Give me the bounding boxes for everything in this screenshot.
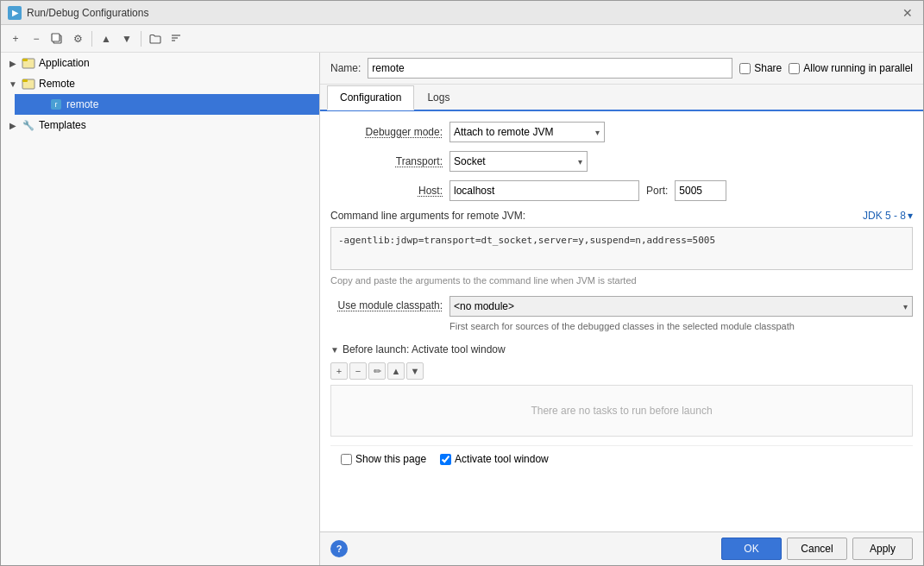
- debugger-mode-select[interactable]: Attach to remote JVM Listen to remote JV…: [449, 122, 605, 142]
- templates-label: Templates: [39, 119, 86, 131]
- sidebar-item-remote[interactable]: r remote: [15, 94, 319, 115]
- svg-rect-6: [22, 59, 28, 61]
- remote-item-label: remote: [66, 98, 98, 110]
- remote-group-label: Remote: [39, 78, 75, 90]
- port-label: Port:: [646, 185, 668, 197]
- parallel-checkbox[interactable]: [789, 63, 800, 74]
- remote-item-spacer: [35, 99, 46, 110]
- cmd-header: Command line arguments for remote JVM: J…: [330, 210, 913, 222]
- module-classpath-label: Use module classpath:: [330, 296, 443, 311]
- move-up-button[interactable]: ▲: [97, 29, 116, 48]
- help-button[interactable]: ?: [330, 540, 348, 557]
- transport-row: Transport: Socket Shared memory: [330, 151, 913, 172]
- cmd-args-hint: Copy and paste the arguments to the comm…: [330, 275, 913, 286]
- right-panel: Name: Share Allow running in parallel Co…: [320, 53, 923, 565]
- before-launch-header: ▼ Before launch: Activate tool window: [330, 340, 913, 359]
- sidebar-item-application[interactable]: ▶ Application: [1, 53, 319, 73]
- sidebar-item-remote-group[interactable]: ▼ Remote: [1, 73, 319, 94]
- svg-rect-8: [22, 79, 28, 82]
- window-title: Run/Debug Configurations: [27, 7, 148, 19]
- cmd-args-value: -agentlib:jdwp=transport=dt_socket,serve…: [338, 235, 715, 246]
- name-input[interactable]: [368, 58, 732, 79]
- launch-move-down-button[interactable]: ▼: [406, 362, 424, 380]
- remote-config-icon: r: [49, 97, 63, 111]
- move-down-button[interactable]: ▼: [117, 29, 136, 48]
- remove-config-button[interactable]: −: [27, 29, 46, 48]
- launch-empty-text: There are no tasks to run before launch: [531, 405, 712, 417]
- module-classpath-hint: First search for sources of the debugged…: [449, 320, 913, 333]
- footer-buttons: ? OK Cancel Apply: [320, 531, 923, 565]
- window-icon: ▶: [8, 6, 22, 20]
- bottom-checkboxes: Show this page Activate tool window: [330, 445, 913, 472]
- launch-remove-button[interactable]: −: [349, 362, 367, 380]
- cmd-args-section: Command line arguments for remote JVM: J…: [330, 210, 913, 286]
- application-label: Application: [39, 57, 90, 69]
- parallel-label: Allow running in parallel: [803, 62, 913, 74]
- templates-wrench-icon: 🔧: [22, 118, 35, 132]
- remote-children: r remote: [1, 94, 319, 115]
- before-launch-title: Before launch: Activate tool window: [343, 343, 506, 355]
- transport-label: Transport:: [330, 155, 443, 167]
- debugger-mode-select-wrapper: Attach to remote JVM Listen to remote JV…: [449, 122, 605, 142]
- launch-move-up-button[interactable]: ▲: [387, 362, 405, 380]
- tab-configuration[interactable]: Configuration: [327, 85, 414, 110]
- module-classpath-wrapper: <no module> First search for sources of …: [449, 296, 913, 333]
- jdk-dropdown-icon: ▾: [908, 210, 913, 222]
- toolbar-separator-2: [141, 31, 141, 47]
- application-toggle-icon: ▶: [8, 58, 18, 68]
- name-field-label: Name:: [330, 62, 361, 74]
- activate-tool-window-checkbox[interactable]: [440, 454, 451, 465]
- launch-toolbar: + − ✏ ▲ ▼: [330, 362, 913, 380]
- jdk-version-text: JDK 5 - 8: [863, 210, 906, 222]
- debugger-mode-label: Debugger mode:: [330, 126, 443, 138]
- host-input[interactable]: [449, 180, 639, 201]
- close-button[interactable]: ✕: [899, 6, 916, 20]
- copy-config-button[interactable]: [47, 29, 66, 48]
- tab-logs[interactable]: Logs: [414, 85, 462, 110]
- activate-tool-window-label[interactable]: Activate tool window: [440, 453, 549, 465]
- apply-button[interactable]: Apply: [852, 538, 913, 560]
- debugger-mode-row: Debugger mode: Attach to remote JVM List…: [330, 122, 913, 142]
- jdk-version-link[interactable]: JDK 5 - 8 ▾: [863, 210, 913, 222]
- remote-toggle-icon: ▼: [8, 79, 18, 89]
- sort-button[interactable]: [167, 29, 185, 48]
- cancel-button[interactable]: Cancel: [787, 538, 847, 560]
- sidebar-item-templates[interactable]: ▶ 🔧 Templates: [1, 115, 319, 135]
- launch-empty-area: There are no tasks to run before launch: [330, 385, 913, 437]
- svg-text:r: r: [55, 100, 58, 109]
- cmd-args-box: -agentlib:jdwp=transport=dt_socket,serve…: [330, 227, 913, 270]
- templates-toggle-icon: ▶: [8, 120, 18, 130]
- before-launch-collapse-icon[interactable]: ▼: [330, 345, 339, 355]
- run-debug-configurations-window: ▶ Run/Debug Configurations ✕ + − ⚙ ▲ ▼: [0, 0, 924, 566]
- folder-button[interactable]: [146, 29, 165, 48]
- toolbar-separator-1: [91, 31, 92, 47]
- before-launch-section: ▼ Before launch: Activate tool window + …: [330, 340, 913, 437]
- main-content: ▶ Application ▼ Remote: [1, 53, 923, 565]
- name-bar-right: Share Allow running in parallel: [739, 62, 913, 74]
- application-folder-icon: [22, 56, 35, 70]
- share-checkbox[interactable]: [739, 63, 751, 74]
- toolbar: + − ⚙ ▲ ▼: [1, 25, 923, 53]
- launch-edit-button[interactable]: ✏: [368, 362, 386, 380]
- launch-add-button[interactable]: +: [330, 362, 348, 380]
- show-this-page-label[interactable]: Show this page: [341, 453, 426, 465]
- parallel-checkbox-label[interactable]: Allow running in parallel: [789, 62, 913, 74]
- transport-select[interactable]: Socket Shared memory: [449, 151, 588, 172]
- tab-bar: Configuration Logs: [320, 85, 923, 111]
- module-classpath-select[interactable]: <no module>: [449, 296, 913, 317]
- share-checkbox-label[interactable]: Share: [739, 62, 782, 74]
- add-config-button[interactable]: +: [6, 29, 25, 48]
- port-input[interactable]: [675, 180, 726, 201]
- activate-tool-window-text: Activate tool window: [455, 453, 549, 465]
- module-select-container: <no module>: [449, 296, 913, 317]
- title-bar-left: ▶ Run/Debug Configurations: [8, 6, 148, 20]
- show-this-page-checkbox[interactable]: [341, 454, 352, 465]
- show-this-page-text: Show this page: [355, 453, 426, 465]
- title-bar: ▶ Run/Debug Configurations ✕: [1, 1, 923, 25]
- module-classpath-row: Use module classpath: <no module> First …: [330, 296, 913, 333]
- cmd-args-label: Command line arguments for remote JVM:: [330, 210, 525, 222]
- share-label: Share: [754, 62, 782, 74]
- ok-button[interactable]: OK: [721, 538, 782, 560]
- settings-button[interactable]: ⚙: [68, 29, 87, 48]
- host-port-row: Host: Port:: [330, 180, 913, 201]
